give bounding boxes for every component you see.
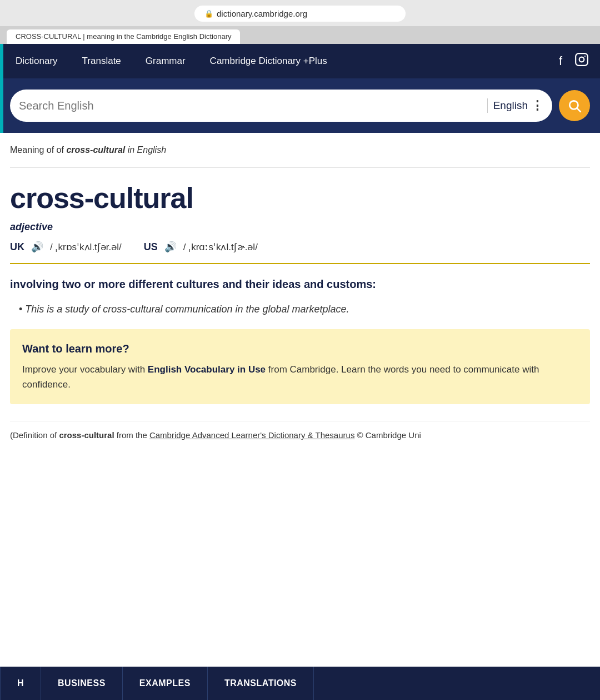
- top-divider: [10, 167, 590, 168]
- word-title: cross-cultural: [10, 181, 590, 215]
- dictionary-link[interactable]: Cambridge Advanced Learner's Dictionary …: [149, 430, 354, 440]
- example-sentence: This is a study of cross-cultural commun…: [10, 302, 590, 317]
- phonetics: UK 🔊 / ˌkrɒsˈkʌl.tʃər.əl/ US 🔊 / ˌkrɑːsˈ…: [10, 241, 590, 253]
- uk-pron: / ˌkrɒsˈkʌl.tʃər.əl/: [50, 241, 122, 253]
- url-bar[interactable]: 🔒 dictionary.cambridge.org: [194, 6, 406, 22]
- nav-item-dictionary[interactable]: Dictionary: [0, 44, 70, 78]
- main-nav: Dictionary Translate Grammar Cambridge D…: [0, 44, 600, 78]
- svg-point-2: [584, 56, 586, 57]
- svg-point-1: [579, 57, 584, 62]
- definition-text: involving two or more different cultures…: [10, 276, 590, 292]
- search-input[interactable]: [19, 100, 482, 112]
- instagram-icon[interactable]: [574, 52, 589, 70]
- browser-chrome: 🔒 dictionary.cambridge.org: [0, 0, 600, 26]
- us-audio-button[interactable]: 🔊: [164, 241, 177, 253]
- nav-social-icons: f: [559, 52, 600, 70]
- tab-title: CROSS-CULTURAL | meaning in the Cambridg…: [16, 32, 231, 41]
- main-content: Meaning of of cross-cultural in English …: [0, 133, 600, 493]
- promo-text: Improve your vocabulary with English Voc…: [22, 362, 578, 392]
- search-button[interactable]: [559, 90, 590, 121]
- nav-item-translate[interactable]: Translate: [70, 44, 133, 78]
- svg-rect-0: [576, 53, 588, 66]
- url-text: dictionary.cambridge.org: [217, 9, 307, 18]
- search-section: English ⋮: [0, 78, 600, 133]
- lock-icon: 🔒: [204, 9, 213, 18]
- active-tab[interactable]: CROSS-CULTURAL | meaning in the Cambridg…: [7, 29, 240, 44]
- footer-credit: (Definition of cross-cultural from the C…: [10, 421, 590, 449]
- nav-item-grammar[interactable]: Grammar: [133, 44, 198, 78]
- uk-audio-button[interactable]: 🔊: [31, 241, 43, 253]
- search-input-wrap: English ⋮: [10, 90, 552, 122]
- uk-label: UK: [10, 241, 24, 253]
- promo-box: Want to learn more? Improve your vocabul…: [10, 329, 590, 404]
- us-pron: / ˌkrɑːsˈkʌl.tʃɚ.əl/: [183, 241, 258, 253]
- spacer: [10, 449, 590, 493]
- language-selector[interactable]: English ⋮: [487, 98, 543, 113]
- facebook-icon[interactable]: f: [559, 54, 562, 68]
- definition-divider: [10, 263, 590, 264]
- svg-line-4: [577, 108, 581, 112]
- nav-item-plus[interactable]: Cambridge Dictionary +Plus: [198, 44, 339, 78]
- language-label: English: [493, 100, 528, 112]
- tab-bar: CROSS-CULTURAL | meaning in the Cambridg…: [0, 26, 600, 44]
- us-label: US: [144, 241, 158, 253]
- language-menu-icon[interactable]: ⋮: [531, 98, 543, 113]
- word-pos: adjective: [10, 221, 590, 233]
- promo-title: Want to learn more?: [22, 342, 578, 355]
- meaning-of-label: Meaning of of cross-cultural in English: [10, 145, 590, 155]
